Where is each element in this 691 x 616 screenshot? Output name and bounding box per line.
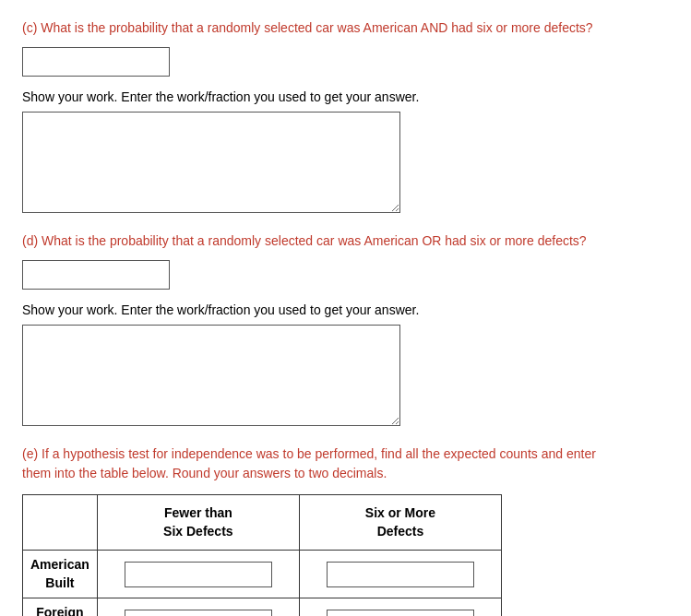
part-c-answer-input[interactable]	[22, 47, 170, 77]
foreign-fewer-cell	[97, 598, 299, 616]
part-d-answer-input[interactable]	[22, 260, 170, 290]
foreign-sixmore-input[interactable]	[327, 610, 474, 616]
part-e-section: (e) If a hypothesis test for independenc…	[22, 444, 669, 616]
american-sixmore-input[interactable]	[327, 562, 474, 587]
part-d-work-textarea[interactable]	[22, 325, 400, 426]
part-c-section: (c) What is the probability that a rando…	[22, 18, 669, 213]
part-c-work-textarea[interactable]	[22, 112, 400, 213]
table-col2-header: Six or More Defects	[299, 495, 501, 551]
table-corner-cell	[23, 495, 98, 551]
table-col1-header: Fewer than Six Defects	[97, 495, 299, 551]
american-sixmore-cell	[299, 551, 501, 598]
american-fewer-cell	[97, 551, 299, 598]
foreign-built-label: Foreign Built	[23, 598, 98, 616]
foreign-fewer-input[interactable]	[125, 610, 272, 616]
table-row-american: American Built	[23, 551, 502, 598]
foreign-sixmore-cell	[299, 598, 501, 616]
part-d-show-work-label: Show your work. Enter the work/fraction …	[22, 302, 669, 317]
part-d-section: (d) What is the probability that a rando…	[22, 231, 669, 426]
american-fewer-input[interactable]	[125, 562, 272, 587]
american-built-label: American Built	[23, 551, 98, 598]
part-e-question: (e) If a hypothesis test for independenc…	[22, 444, 669, 483]
part-c-question: (c) What is the probability that a rando…	[22, 18, 669, 38]
part-c-show-work-label: Show your work. Enter the work/fraction …	[22, 89, 669, 104]
table-row-foreign: Foreign Built	[23, 598, 502, 616]
expected-counts-table: Fewer than Six Defects Six or More Defec…	[22, 494, 502, 616]
part-d-question: (d) What is the probability that a rando…	[22, 231, 669, 251]
